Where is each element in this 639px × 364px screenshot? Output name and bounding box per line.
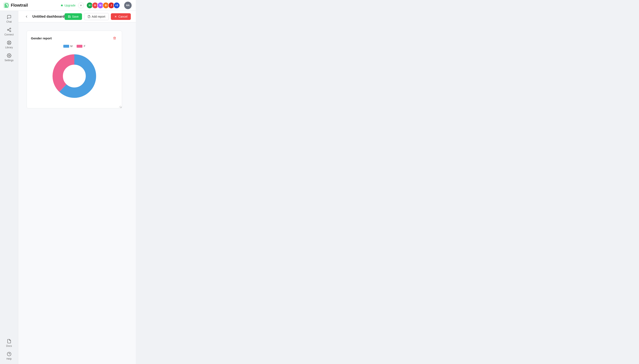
delete-report-button[interactable] [111,35,118,41]
cancel-button[interactable]: Cancel [111,13,131,20]
docs-icon [7,339,12,344]
sidebar-label-help: Help [7,357,12,360]
sidebar-item-docs[interactable]: Docs [0,337,18,350]
user-avatars: H H M B J +3 [86,2,120,9]
resize-handle[interactable] [119,105,121,108]
svg-point-7 [8,42,10,43]
header-left: Untitled dashboard [23,13,65,20]
sidebar-item-help[interactable]: Help [0,350,18,362]
library-icon [7,40,12,45]
sidebar-label-connect: Connect [4,33,14,36]
sidebar-item-chat[interactable]: Chat [0,12,18,25]
donut-chart [51,52,98,100]
sidebar-label-docs: Docs [6,344,12,348]
logo-icon [3,2,9,8]
add-report-icon [88,15,91,18]
sidebar: Chat Connect [0,11,18,364]
connect-icon [7,27,12,32]
legend-male-label: M [70,44,73,48]
back-arrow-icon [25,15,29,18]
header-right: Save Add report Canc [65,13,131,20]
sidebar-label-library: Library [5,46,13,49]
legend-male: M [63,44,73,48]
svg-line-10 [10,42,10,42]
back-button[interactable] [23,13,30,20]
svg-line-4 [8,30,10,31]
cancel-icon [114,15,117,18]
sidebar-item-library[interactable]: Library [0,38,18,51]
app-header: Flowtrail Upgrade + H H M B J +3 HA [0,0,136,11]
svg-line-5 [8,29,10,30]
upgrade-icon [60,4,64,7]
legend-female: F [77,44,85,48]
report-title: Gender report [31,36,52,40]
svg-point-2 [7,29,9,30]
app-logo: Flowtrail [3,2,28,8]
gender-report-card: Gender report [27,31,122,108]
donut-hole [63,65,86,87]
svg-point-1 [10,28,11,29]
svg-line-9 [10,43,10,44]
legend-female-color [77,45,82,48]
svg-point-3 [10,31,11,32]
dashboard-content: Gender report [18,22,136,364]
settings-icon [7,53,12,58]
logo-text: Flowtrail [11,3,28,8]
help-icon [7,352,12,356]
avatar-ha[interactable]: HA [124,2,132,9]
legend-male-color [63,45,69,48]
legend-female-label: F [84,44,85,48]
app-header-right: Upgrade + H H M B J +3 HA [60,2,132,9]
page-title: Untitled dashboard [32,14,65,19]
save-icon [68,15,71,18]
sidebar-item-settings[interactable]: Settings [0,51,18,64]
svg-line-11 [8,43,9,44]
chart-container [31,50,118,104]
save-button[interactable]: Save [65,13,82,20]
add-report-button[interactable]: Add report [84,13,109,20]
svg-line-8 [8,42,9,42]
sidebar-label-chat: Chat [7,20,12,23]
page-header: Untitled dashboard Save [18,11,136,22]
avatar-plus3[interactable]: +3 [113,2,120,9]
sidebar-label-settings: Settings [5,59,14,62]
sidebar-item-connect[interactable]: Connect [0,25,18,38]
plus-button[interactable]: + [78,2,84,8]
trash-icon [113,36,116,40]
report-card-header: Gender report [31,35,118,41]
chat-icon [7,14,12,20]
upgrade-link[interactable]: Upgrade [60,4,76,7]
chart-legend: M F [31,44,118,48]
svg-point-12 [9,55,10,56]
